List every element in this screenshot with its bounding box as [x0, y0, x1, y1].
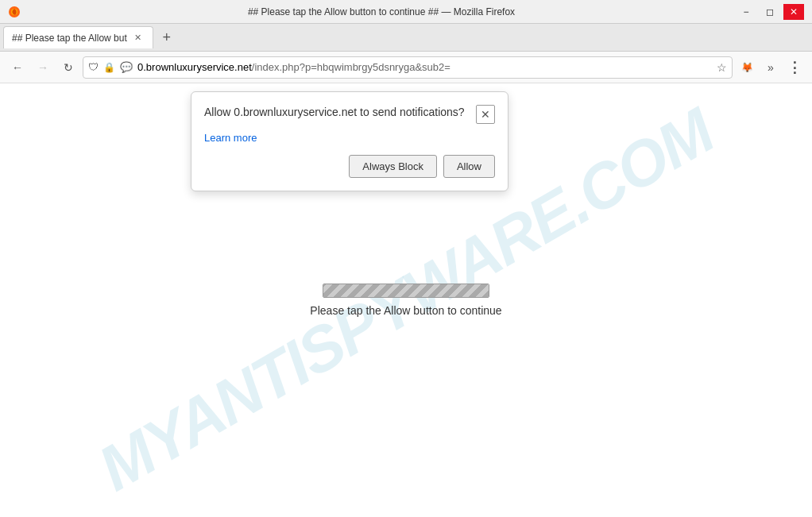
content-area: MYANTISPYWARE.COM Please tap the Allow b…: [0, 83, 812, 517]
chat-icon: 💬: [120, 61, 133, 73]
always-block-button[interactable]: Always Block: [349, 155, 437, 178]
reload-button[interactable]: ↻: [57, 56, 79, 79]
allow-button[interactable]: Allow: [443, 155, 495, 178]
tab-label: ## Please tap the Allow but: [12, 33, 127, 44]
url-domain: 0.brownluxuryservice.net: [137, 61, 252, 73]
shield-icon: 🛡: [88, 61, 99, 73]
tab-close-button[interactable]: ✕: [132, 32, 145, 44]
titlebar: ## Please tap the Allow button to contin…: [0, 0, 812, 24]
minimize-button[interactable]: −: [736, 4, 756, 20]
menu-button[interactable]: ⋮: [783, 56, 806, 79]
nav-extra-buttons: 🦊 » ⋮: [736, 56, 806, 79]
extensions-button[interactable]: »: [760, 56, 782, 79]
active-tab[interactable]: ## Please tap the Allow but ✕: [3, 26, 153, 48]
firefox-logo-icon: [8, 6, 21, 18]
back-button[interactable]: ←: [6, 56, 29, 79]
popup-title: Allow 0.brownluxuryservice.net to send n…: [204, 105, 465, 121]
navbar: ← → ↻ 🛡 🔒 💬 0.brownluxuryservice.net/ind…: [0, 52, 812, 83]
progress-bar-container: [323, 284, 489, 298]
new-tab-button[interactable]: +: [157, 27, 177, 48]
url-text: 0.brownluxuryservice.net/index.php?p=hbq…: [137, 61, 712, 73]
window-title: ## Please tap the Allow button to contin…: [27, 6, 736, 17]
page-instruction: Please tap the Allow button to continue: [310, 304, 501, 317]
popup-close-button[interactable]: ✕: [476, 105, 495, 124]
lock-icon: 🔒: [103, 62, 115, 73]
window-controls: − ◻ ✕: [736, 4, 804, 20]
restore-button[interactable]: ◻: [760, 4, 780, 20]
url-path: /index.php?p=hbqwimbrgy5dsnryga&sub2=: [252, 61, 450, 73]
learn-more-link[interactable]: Learn more: [204, 132, 495, 144]
popup-buttons: Always Block Allow: [204, 155, 495, 178]
forward-button[interactable]: →: [32, 56, 54, 79]
close-button[interactable]: ✕: [783, 4, 804, 20]
address-bar[interactable]: 🛡 🔒 💬 0.brownluxuryservice.net/index.php…: [83, 56, 733, 79]
notification-popup: Allow 0.brownluxuryservice.net to send n…: [191, 91, 508, 191]
tabbar: ## Please tap the Allow but ✕ +: [0, 24, 812, 52]
bookmark-star-button[interactable]: ☆: [717, 61, 727, 74]
popup-header: Allow 0.brownluxuryservice.net to send n…: [204, 105, 495, 124]
pocket-button[interactable]: 🦊: [736, 56, 758, 79]
progress-bar-fill: [323, 284, 489, 297]
